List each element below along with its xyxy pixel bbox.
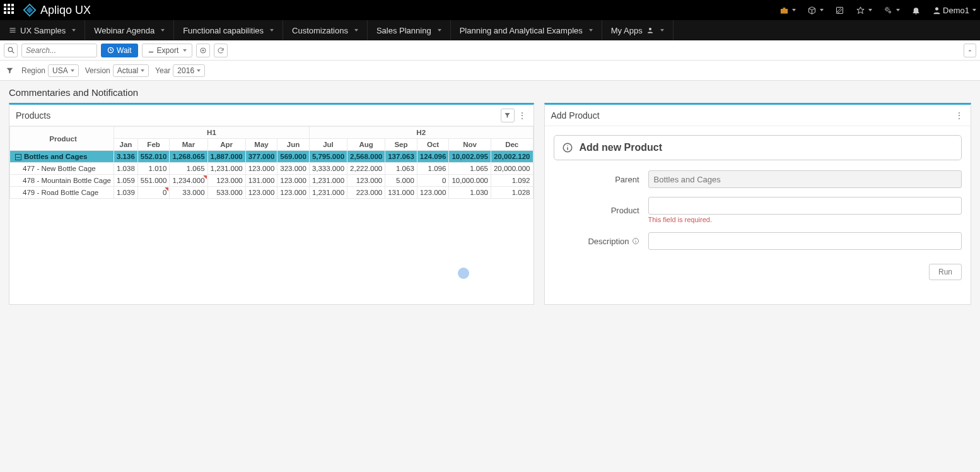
data-cell[interactable]: 3.136 xyxy=(114,151,138,163)
export-button[interactable]: Export xyxy=(142,44,193,57)
nav-ux-samples[interactable]: UX Samples xyxy=(0,20,85,40)
product-input[interactable] xyxy=(648,197,962,215)
data-cell[interactable]: 0 xyxy=(137,187,170,199)
search-icon xyxy=(7,46,15,54)
user-menu[interactable]: Demo1 xyxy=(932,6,976,15)
parent-input[interactable] xyxy=(648,170,962,188)
product-name-cell[interactable]: 478 - Mountain Bottle Cage xyxy=(10,175,114,187)
nav-planning-analytical[interactable]: Planning and Analytical Examples xyxy=(451,20,602,40)
data-cell[interactable]: 1,231.000 xyxy=(309,175,347,187)
target-button[interactable] xyxy=(196,44,210,57)
data-cell[interactable]: 123.000 xyxy=(207,175,245,187)
filter-region-value[interactable]: USA xyxy=(48,64,79,77)
search-input[interactable] xyxy=(21,44,97,57)
data-cell[interactable]: 5,795.000 xyxy=(309,151,347,163)
nav-webinar-agenda[interactable]: Webinar Agenda xyxy=(85,20,174,40)
data-cell[interactable]: 137.063 xyxy=(385,151,417,163)
data-cell[interactable]: 1.092 xyxy=(491,175,533,187)
product-name: Bottles and Cages xyxy=(24,153,87,160)
data-cell[interactable]: 1,231.000 xyxy=(207,163,245,175)
data-cell[interactable]: 123.000 xyxy=(245,187,277,199)
nav-customizations[interactable]: Customizations xyxy=(283,20,368,40)
data-cell[interactable]: 33.000 xyxy=(170,187,207,199)
data-cell[interactable]: 377.000 xyxy=(245,151,277,163)
data-cell[interactable]: 131.000 xyxy=(245,175,277,187)
nav-functional-capabilities[interactable]: Functional capabilities xyxy=(174,20,283,40)
refresh-button[interactable] xyxy=(214,44,228,57)
svg-point-16 xyxy=(202,50,204,51)
add-product-panel-title: Add Product xyxy=(551,110,952,121)
run-button[interactable]: Run xyxy=(929,264,962,280)
filter-icon[interactable] xyxy=(4,65,15,76)
data-cell[interactable]: 1.065 xyxy=(449,163,491,175)
filter-year-value[interactable]: 2016 xyxy=(173,64,205,77)
data-cell[interactable]: 20,000.000 xyxy=(491,163,533,175)
notice-text: Add new Product xyxy=(580,142,663,153)
data-cell[interactable]: 569.000 xyxy=(277,151,310,163)
data-cell[interactable]: 551.000 xyxy=(137,175,170,187)
data-cell[interactable]: 323.000 xyxy=(277,163,310,175)
edit-icon[interactable] xyxy=(835,6,844,15)
filter-label: Version xyxy=(85,66,110,75)
data-cell[interactable]: 10,000.000 xyxy=(449,175,491,187)
data-cell[interactable]: 5.000 xyxy=(385,175,417,187)
data-cell[interactable]: 0 xyxy=(417,175,449,187)
collapse-icon[interactable] xyxy=(15,154,21,160)
data-cell[interactable]: 1.063 xyxy=(385,163,417,175)
toolbox-icon[interactable] xyxy=(779,6,796,15)
data-cell[interactable]: 124.096 xyxy=(417,151,449,163)
product-name-cell[interactable]: 477 - New Bottle Cage xyxy=(10,163,114,175)
data-cell[interactable]: 552.010 xyxy=(137,151,170,163)
data-cell[interactable]: 123.000 xyxy=(245,163,277,175)
export-label: Export xyxy=(157,46,179,55)
wait-button[interactable]: Wait xyxy=(101,44,138,57)
data-cell[interactable]: 1.065 xyxy=(170,163,207,175)
apps-icon[interactable] xyxy=(4,4,16,16)
gears-icon[interactable] xyxy=(884,6,900,15)
data-cell[interactable]: 2,222.000 xyxy=(347,163,385,175)
cube-icon[interactable] xyxy=(807,6,824,15)
data-cell[interactable]: 1,231.000 xyxy=(309,187,347,199)
data-cell[interactable]: 123.000 xyxy=(277,187,310,199)
nav-my-apps[interactable]: My Apps xyxy=(602,20,674,40)
data-cell[interactable]: 1,887.000 xyxy=(207,151,245,163)
panel-menu-button[interactable]: ⋮ xyxy=(954,109,964,122)
collapse-toggle[interactable] xyxy=(964,44,976,57)
data-cell[interactable]: 123.000 xyxy=(347,175,385,187)
data-cell[interactable]: 1.010 xyxy=(137,163,170,175)
data-cell[interactable]: 123.000 xyxy=(417,187,449,199)
month-header: Jun xyxy=(277,139,310,151)
data-cell[interactable]: 131.000 xyxy=(385,187,417,199)
search-button[interactable] xyxy=(4,44,18,57)
star-icon[interactable] xyxy=(856,6,872,15)
data-cell[interactable]: 3,333.000 xyxy=(309,163,347,175)
data-cell[interactable]: 1.028 xyxy=(491,187,533,199)
panel-menu-button[interactable]: ⋮ xyxy=(517,109,527,122)
data-cell[interactable]: 533.000 xyxy=(207,187,245,199)
svg-point-5 xyxy=(886,8,889,10)
crosshair-icon xyxy=(199,47,207,54)
nav-label: Webinar Agenda xyxy=(94,26,155,35)
description-input[interactable] xyxy=(648,232,962,250)
month-header: Nov xyxy=(449,139,491,151)
filter-version-value[interactable]: Actual xyxy=(113,64,149,77)
data-cell[interactable]: 1,234.000 xyxy=(170,175,207,187)
data-cell[interactable]: 1.038 xyxy=(114,163,138,175)
product-name-cell[interactable]: 479 - Road Bottle Cage xyxy=(10,187,114,199)
product-name-cell[interactable]: Bottles and Cages xyxy=(10,151,114,163)
month-header: Sep xyxy=(385,139,417,151)
bell-icon[interactable] xyxy=(911,6,921,15)
panel-filter-button[interactable] xyxy=(501,109,515,122)
data-cell[interactable]: 1.096 xyxy=(417,163,449,175)
data-cell[interactable]: 1.059 xyxy=(114,175,138,187)
data-cell[interactable]: 223.000 xyxy=(347,187,385,199)
data-cell[interactable]: 10,002.095 xyxy=(449,151,491,163)
data-cell[interactable]: 2,568.000 xyxy=(347,151,385,163)
data-cell[interactable]: 1,268.065 xyxy=(170,151,207,163)
data-cell[interactable]: 123.000 xyxy=(277,175,310,187)
data-cell[interactable]: 1.039 xyxy=(114,187,138,199)
data-cell[interactable]: 20,002.120 xyxy=(491,151,533,163)
data-cell[interactable]: 1.030 xyxy=(449,187,491,199)
description-label-text: Description xyxy=(588,237,629,246)
nav-sales-planning[interactable]: Sales Planning xyxy=(368,20,451,40)
